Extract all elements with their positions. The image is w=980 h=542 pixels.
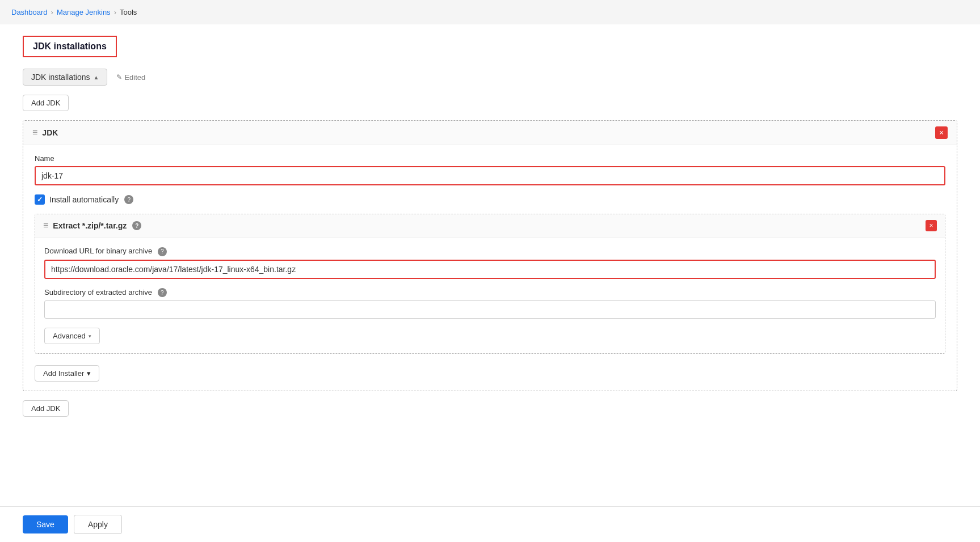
subdir-group: Subdirectory of extracted archive ? [44,288,936,319]
download-url-group: Download URL for binary archive ? [44,247,936,279]
installer-drag-icon[interactable]: ≡ [43,221,48,231]
installer-card-header-left: ≡ Extract *.zip/*.tar.gz ? [43,221,141,231]
close-icon: × [939,129,944,137]
install-auto-row: ✓ Install automatically ? [35,194,945,205]
breadcrumb-manage-jenkins[interactable]: Manage Jenkins [57,8,111,16]
add-installer-button[interactable]: Add Installer ▾ [35,365,99,382]
download-url-input[interactable] [44,260,936,279]
apply-button[interactable]: Apply [74,515,122,534]
installer-close-button[interactable]: × [926,220,937,231]
edited-badge: ✎ Edited [116,73,145,82]
edited-label: Edited [124,73,145,82]
install-auto-checkbox[interactable]: ✓ [35,194,45,205]
breadcrumb-sep-1: › [51,8,53,16]
installer-title: Extract *.zip/*.tar.gz [53,221,127,230]
installer-card-body: Download URL for binary archive ? [35,238,945,353]
name-field-group: Name [35,154,945,185]
installer-help-icon[interactable]: ? [132,221,141,230]
jdk-card-body: Name ✓ Install automatically ? ≡ Extra [23,145,957,391]
jdk-card-close-button[interactable]: × [935,126,948,139]
add-jdk-top-button[interactable]: Add JDK [23,95,69,111]
breadcrumb-sep-2: › [114,8,116,16]
advanced-label: Advanced [53,332,86,340]
subdir-label: Subdirectory of extracted archive ? [44,288,936,298]
advanced-chevron: ▾ [89,333,91,339]
section-title: JDK installations [23,36,117,57]
add-installer-chevron: ▾ [87,369,91,378]
accordion-toggle[interactable]: JDK installations ▲ [23,69,107,86]
advanced-button[interactable]: Advanced ▾ [44,328,100,344]
jdk-card: ≡ JDK × Name ✓ Install automatically ? [23,120,957,391]
jdk-card-header-left: ≡ JDK [32,128,58,138]
install-auto-label: Install automatically [49,195,119,204]
installer-close-icon: × [929,222,933,230]
accordion-header: JDK installations ▲ ✎ Edited [23,69,957,86]
accordion-chevron: ▲ [94,74,99,81]
pencil-icon: ✎ [116,73,122,81]
checkmark-icon: ✓ [37,196,43,204]
add-installer-label: Add Installer [43,369,84,378]
main-content: JDK installations JDK installations ▲ ✎ … [0,24,980,538]
bottom-bar: Save Apply [0,506,980,538]
breadcrumb-tools: Tools [120,8,137,16]
subdir-input[interactable] [44,300,936,319]
installer-card-header: ≡ Extract *.zip/*.tar.gz ? × [35,214,945,238]
download-url-label: Download URL for binary archive ? [44,247,936,256]
subdir-help-icon[interactable]: ? [158,288,167,297]
add-jdk-bottom-button[interactable]: Add JDK [23,400,69,417]
name-input[interactable] [35,166,945,185]
save-button[interactable]: Save [23,515,68,533]
jdk-card-header: ≡ JDK × [23,121,957,145]
breadcrumb-dashboard[interactable]: Dashboard [11,8,48,16]
name-label: Name [35,154,945,163]
jdk-card-title: JDK [42,128,58,137]
installer-card: ≡ Extract *.zip/*.tar.gz ? × Downl [35,214,945,354]
install-auto-help-icon[interactable]: ? [124,195,133,204]
breadcrumb: Dashboard › Manage Jenkins › Tools [0,0,980,24]
drag-handle-icon[interactable]: ≡ [32,128,37,138]
accordion-label: JDK installations [31,73,90,82]
download-url-help-icon[interactable]: ? [158,247,167,256]
